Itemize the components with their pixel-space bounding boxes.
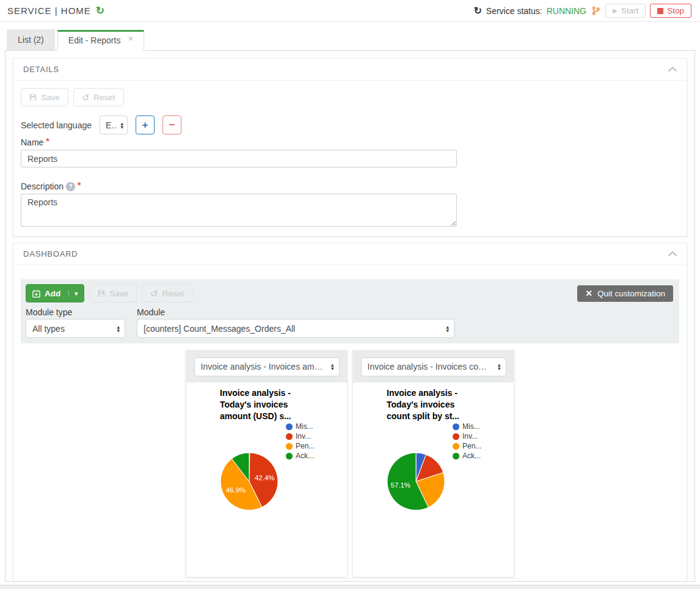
tab-bar: List (2) Edit - Reports ×	[7, 29, 700, 50]
pie-chart: Invoice analysis -Today's invoicesamount…	[186, 382, 347, 577]
stop-button[interactable]: Stop	[650, 4, 691, 18]
widgets-row: Invoice analysis - Invoices amoun ▴▾ Inv…	[21, 350, 679, 577]
widget-invoices-count: Invoice analysis - Invoices count s ▴▾ I…	[352, 350, 514, 577]
pie-slice-label: 46.9%	[226, 486, 246, 494]
legend-dot	[453, 453, 459, 459]
chart-title: Invoice analysis -Today's invoicesamount…	[220, 387, 291, 422]
select-arrows-icon: ▴▾	[331, 363, 334, 370]
name-input[interactable]	[21, 150, 457, 167]
widget-invoices-amount: Invoice analysis - Invoices amoun ▴▾ Inv…	[186, 350, 348, 577]
remove-language-button[interactable]: −	[162, 115, 181, 134]
legend-dot	[453, 443, 459, 450]
pie-chart-svg: 57.1%	[379, 445, 453, 518]
legend-item: Ack...	[286, 451, 315, 461]
module-type-label: Module type	[26, 307, 137, 317]
selected-language-label: Selected language	[21, 120, 92, 130]
play-icon: ▶	[613, 7, 618, 14]
legend-item: Pen...	[453, 441, 481, 451]
widget-header: Invoice analysis - Invoices amoun ▴▾	[186, 351, 347, 382]
details-reset-button[interactable]: ↺ Reset	[73, 88, 124, 106]
legend-dot	[286, 433, 293, 440]
details-panel-body: Save ↺ Reset Selected language EN ▴▾ + −…	[13, 81, 687, 236]
module-label: Module	[137, 307, 165, 317]
legend-dot	[286, 453, 293, 459]
stop-icon	[657, 8, 663, 14]
topbar: SERVICE | HOME ↻ ↻ Service status: RUNNI…	[0, 0, 700, 22]
tab-content: DETAILS Save ↺ Reset Selected language E…	[5, 50, 695, 582]
service-status-value: RUNNING	[547, 6, 586, 16]
legend-label: Ack...	[462, 452, 481, 460]
reset-icon: ↺	[82, 93, 90, 102]
legend-dot	[453, 433, 459, 440]
legend-item: Inv...	[453, 431, 481, 441]
save-icon	[29, 93, 37, 101]
legend-label: Inv...	[296, 432, 311, 441]
dashboard-title: DASHBOARD	[23, 249, 78, 258]
legend-label: Pen...	[296, 442, 315, 450]
branch-icon[interactable]	[592, 6, 600, 15]
widget-header: Invoice analysis - Invoices count s ▴▾	[353, 351, 514, 382]
add-language-button[interactable]: +	[136, 115, 155, 134]
select-arrows-icon: ▴▾	[117, 325, 120, 332]
collapse-chevron-icon[interactable]	[668, 67, 677, 72]
help-icon[interactable]: ?	[66, 182, 75, 191]
legend-label: Mis...	[296, 422, 313, 431]
start-button[interactable]: ▶ Start	[605, 4, 646, 18]
dashboard-save-button[interactable]: Save	[89, 284, 137, 302]
status-refresh-icon[interactable]: ↻	[473, 6, 481, 16]
service-status-label: Service status:	[486, 6, 542, 16]
legend-label: Pen...	[462, 442, 481, 450]
tab-list[interactable]: List (2)	[7, 29, 55, 50]
legend-item: Mis...	[286, 422, 315, 431]
legend-label: Inv...	[462, 432, 478, 441]
chart-legend: Mis...Inv...Pen...Ack...	[286, 422, 315, 461]
refresh-icon[interactable]: ↻	[96, 5, 104, 16]
description-label-row: Description ? *	[21, 181, 679, 191]
details-panel-header: DETAILS	[13, 59, 687, 81]
name-label-row: Name *	[21, 137, 679, 147]
widget-chart-select[interactable]: Invoice analysis - Invoices count s ▴▾	[361, 357, 506, 376]
reset-icon: ↺	[150, 289, 158, 298]
details-save-button[interactable]: Save	[21, 88, 68, 106]
chart-legend: Mis...Inv...Pen...Ack...	[453, 422, 481, 461]
widget-chart-select[interactable]: Invoice analysis - Invoices amoun ▴▾	[194, 357, 340, 376]
dashboard-reset-button[interactable]: ↺ Reset	[142, 284, 192, 302]
name-label: Name	[21, 137, 43, 147]
description-label: Description	[21, 181, 64, 191]
pie-slice-label: 57.1%	[390, 481, 410, 489]
page-title: SERVICE | HOME	[7, 5, 91, 16]
language-select[interactable]: EN ▴▾	[100, 115, 128, 134]
chart-title: Invoice analysis -Today's invoicescount …	[387, 387, 459, 422]
dashboard-panel-header: DASHBOARD	[13, 243, 687, 265]
collapse-chevron-icon[interactable]	[668, 251, 677, 257]
select-arrows-icon: ▴▾	[498, 363, 501, 370]
legend-item: Ack...	[453, 451, 481, 461]
legend-label: Ack...	[296, 452, 314, 460]
pie-chart-svg: 42.4%46.9%	[213, 445, 286, 518]
caret-down-icon[interactable]: ▾	[68, 290, 78, 297]
dashboard-toolbar: Add ▾ Save ↺ Reset ✕ Quit customization	[21, 279, 679, 343]
legend-item: Inv...	[286, 431, 315, 441]
select-arrows-icon: ▴▾	[120, 122, 123, 129]
required-asterisk: *	[78, 180, 81, 190]
footer-strip	[0, 585, 700, 589]
module-type-select[interactable]: All types ▴▾	[26, 319, 125, 338]
tab-close-icon[interactable]: ×	[128, 34, 133, 43]
select-arrows-icon: ▴▾	[446, 325, 449, 332]
details-title: DETAILS	[23, 65, 59, 74]
add-widget-button[interactable]: Add ▾	[26, 284, 84, 302]
module-select[interactable]: [counters] Count_Messages_Orders_All ▴▾	[137, 319, 454, 338]
details-panel: DETAILS Save ↺ Reset Selected language E…	[13, 58, 687, 236]
calendar-plus-icon	[32, 290, 40, 298]
save-icon	[98, 290, 105, 297]
tab-edit-reports[interactable]: Edit - Reports ×	[57, 30, 144, 51]
legend-dot	[453, 423, 459, 430]
quit-customization-button[interactable]: ✕ Quit customization	[577, 285, 673, 302]
dashboard-panel: DASHBOARD Add	[13, 243, 687, 582]
pie-chart: Invoice analysis -Today's invoicescount …	[353, 382, 514, 577]
legend-dot	[286, 443, 293, 450]
close-icon: ✕	[585, 288, 592, 298]
legend-item: Mis...	[453, 422, 481, 431]
legend-dot	[286, 423, 293, 430]
description-textarea[interactable]: Reports	[21, 194, 457, 227]
